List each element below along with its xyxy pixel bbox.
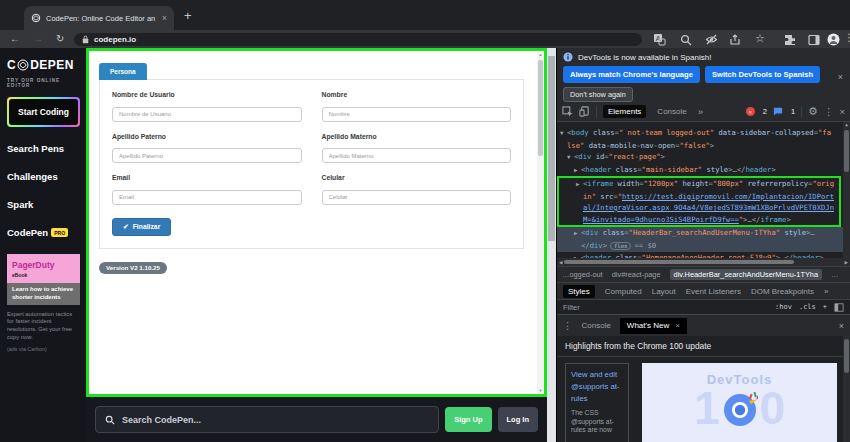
form-input[interactable] [112,190,302,205]
codepen-search[interactable] [95,406,439,433]
new-tab-button[interactable]: + [184,8,192,23]
form-input[interactable] [112,107,302,122]
tab-title: CodePen: Online Code Editor an [46,14,157,23]
tab-console[interactable]: Console [652,105,691,118]
dom-node-line[interactable]: lse" data-mobile-nav-open="false"> [557,140,850,152]
lock-icon [82,35,89,44]
dom-node-line[interactable]: ▶ <header class="main-sidebar" style>…</… [557,164,850,177]
dom-node-line[interactable]: al/IntegraVisor.aspx_9O4a4/V8ejedST893mW… [557,202,841,214]
sign-up-button[interactable]: Sign Up [445,407,491,432]
start-coding-button[interactable]: Start Coding [7,97,80,127]
breadcrumb-item[interactable]: div.HeaderBar_searchAndUserMenu-1TYha [670,269,822,280]
log-in-button[interactable]: Log In [498,407,539,432]
browser-tab[interactable]: CodePen: Online Code Editor an × [24,6,174,30]
styles-tab-layout[interactable]: Layout [652,287,676,296]
profile-avatar[interactable] [827,32,840,45]
toggle-hover-state[interactable]: :hov [775,303,792,311]
styles-filter-input[interactable] [563,303,653,312]
issues-bubble-icon[interactable] [773,107,783,116]
dom-node-line[interactable]: ▶ <div class="HeaderBar_searchAndUserMen… [557,227,850,240]
error-badge-icon[interactable]: × [746,107,755,116]
horizontal-scrollbar-thumb[interactable] [564,260,794,264]
dom-node-line[interactable]: ▼ <body class=" not-team logged-out" dat… [557,127,850,140]
new-style-rule-button[interactable]: + [823,303,827,311]
iframe-scrollbar[interactable]: ▲ ▼ [537,51,544,394]
share-icon[interactable] [729,32,742,45]
dont-show-again-button[interactable]: Don't show again [563,87,633,102]
whats-new-scrollbar[interactable] [843,336,850,442]
dom-node-line[interactable]: ▶ <iframe width="1200px" height="800px" … [557,176,841,191]
sidebar-item-search-pens[interactable]: Search Pens [7,143,80,154]
tab-close-icon[interactable]: × [162,14,167,23]
ad-banner[interactable]: PagerDuty eBook [7,254,80,283]
dom-node-line[interactable]: ▼ <div id="react-page"> [557,151,850,164]
reload-icon[interactable]: ↻ [56,33,64,45]
scroll-left-icon[interactable]: ◀ [559,260,562,265]
finalizar-button[interactable]: ✔ Finalizar [112,218,171,236]
styles-tab--[interactable]: » [824,287,828,296]
browser-toolbar: ← → ↻ codepen.io A ☆ ⋮ [0,30,850,48]
computed-sidebar-icon[interactable] [834,303,844,312]
bookmark-star-icon[interactable]: ☆ [755,32,765,44]
url-bar[interactable]: codepen.io [74,33,642,46]
page-scrollbar-thumb[interactable] [548,56,555,241]
dom-node-line[interactable]: </div>flex== $0 [557,240,850,253]
page-scrollbar[interactable] [547,48,556,442]
tab-persona[interactable]: Persona [99,63,147,80]
banner-message: DevTools is now available in Spanish! [578,53,711,62]
inspect-element-icon[interactable] [562,106,573,117]
eye-off-icon[interactable] [705,32,718,45]
form-input[interactable] [322,148,512,163]
search-zoom-icon[interactable] [680,32,693,45]
sidebar-item-spark[interactable]: Spark [7,199,80,210]
drawer-menu-icon[interactable]: ⋮ [563,321,573,331]
forward-icon[interactable]: → [33,33,43,45]
toggle-element-classes[interactable]: .cls [799,303,816,311]
side-panel-icon[interactable] [808,32,821,45]
match-language-button[interactable]: Always match Chrome's language [563,66,700,83]
styles-tab-styles[interactable]: Styles [563,285,595,298]
elements-horizontal-scrollbar[interactable]: ◀ ▶ [557,258,850,266]
chrome-logo-icon [722,392,758,428]
whats-new-card-link[interactable]: View and edit @supports at-rules [571,369,623,405]
form-input[interactable] [112,148,302,163]
styles-tab-bar: StylesComputedLayoutEvent ListenersDOM B… [557,282,850,299]
back-icon[interactable]: ← [10,33,20,45]
browser-menu-icon[interactable]: ⋮ [844,32,850,44]
field-label: Email [112,174,302,181]
scroll-right-icon[interactable]: ▶ [845,260,848,265]
styles-tab-computed[interactable]: Computed [605,287,642,296]
settings-gear-icon[interactable]: ⚙ [808,106,818,117]
codepen-pro-link[interactable]: CodePen PRO [7,227,80,238]
carbon-ad[interactable]: PagerDuty eBook Learn how to achieve sho… [7,254,80,352]
issue-count: 1 [791,107,795,116]
sidebar-item-challenges[interactable]: Challenges [7,171,80,182]
form-input[interactable] [322,190,512,205]
elements-scrollbar[interactable]: ▲ [843,122,850,258]
whats-new-close-icon[interactable]: × [675,321,680,330]
dom-node-line[interactable]: M=&invitado=9dhucno3SiS4BPoirfD9fw==">…<… [557,214,841,228]
drawer-tab-console[interactable]: Console [582,321,611,330]
form-input[interactable] [322,107,512,122]
more-tabs-icon[interactable]: » [698,107,703,117]
search-input[interactable] [122,415,429,425]
breadcrumb-item[interactable]: … [831,270,838,279]
dom-node-line[interactable]: in" src="https://test.digipromovil.com/I… [557,191,841,203]
device-toolbar-icon[interactable] [579,106,590,117]
drawer-tab-whats-new[interactable]: What's New × [620,318,687,334]
breadcrumb-item[interactable]: …ogged-out [562,270,603,279]
codepen-logo[interactable]: C DEPEN [7,58,80,72]
tab-elements[interactable]: Elements [603,105,646,118]
breadcrumb-item[interactable]: div#react-page [612,270,661,279]
banner-close-icon[interactable]: × [838,72,843,82]
devtools-menu-icon[interactable]: ⋮ [824,107,834,117]
drawer-close-icon[interactable]: × [839,321,844,331]
iframe-scrollbar-thumb[interactable] [538,60,543,156]
extensions-puzzle-icon[interactable] [784,32,797,45]
styles-tab-dom-breakpoints[interactable]: DOM Breakpoints [751,287,814,296]
dom-node-line[interactable]: ▶ <header class="HomepageAnonHeader_root… [557,252,850,258]
translate-icon[interactable]: A [653,32,666,45]
switch-spanish-button[interactable]: Switch DevTools to Spanish [705,66,820,83]
devtools-close-icon[interactable]: × [839,107,845,117]
styles-tab-event-listeners[interactable]: Event Listeners [686,287,741,296]
